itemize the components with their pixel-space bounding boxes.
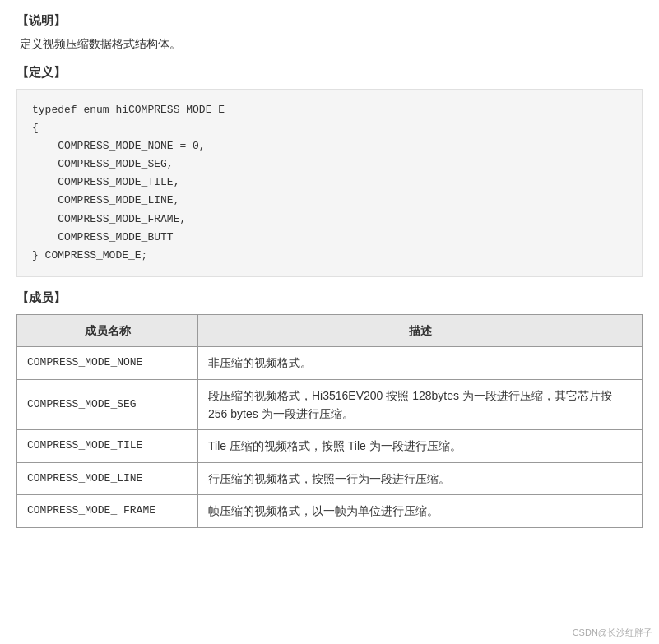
- section-definition: 【定义】 typedef enum hiCOMPRESS_MODE_E { CO…: [16, 65, 643, 277]
- member-name: COMPRESS_MODE_ FRAME: [17, 495, 198, 527]
- description-title: 【说明】: [16, 13, 643, 29]
- member-desc: 行压缩的视频格式，按照一行为一段进行压缩。: [198, 462, 643, 494]
- watermark: CSDN@长沙红胖子: [573, 627, 652, 639]
- section-description: 【说明】 定义视频压缩数据格式结构体。: [16, 13, 643, 52]
- table-row: COMPRESS_MODE_ FRAME帧压缩的视频格式，以一帧为单位进行压缩。: [17, 495, 643, 527]
- code-block: typedef enum hiCOMPRESS_MODE_E { COMPRES…: [16, 89, 643, 277]
- member-name: COMPRESS_MODE_LINE: [17, 462, 198, 494]
- section-members: 【成员】 成员名称 描述 COMPRESS_MODE_NONE非压缩的视频格式。…: [16, 290, 643, 528]
- member-desc: 帧压缩的视频格式，以一帧为单位进行压缩。: [198, 495, 643, 527]
- definition-title: 【定义】: [16, 65, 643, 81]
- table-row: COMPRESS_MODE_NONE非压缩的视频格式。: [17, 347, 643, 379]
- col-header-name: 成员名称: [17, 314, 198, 346]
- table-row: COMPRESS_MODE_SEG段压缩的视频格式，Hi3516EV200 按照…: [17, 379, 643, 430]
- table-row: COMPRESS_MODE_LINE行压缩的视频格式，按照一行为一段进行压缩。: [17, 462, 643, 494]
- members-table: 成员名称 描述 COMPRESS_MODE_NONE非压缩的视频格式。COMPR…: [16, 314, 643, 528]
- col-header-desc: 描述: [198, 314, 643, 346]
- member-name: COMPRESS_MODE_SEG: [17, 379, 198, 430]
- member-desc: 段压缩的视频格式，Hi3516EV200 按照 128bytes 为一段进行压缩…: [198, 379, 643, 430]
- member-name: COMPRESS_MODE_NONE: [17, 347, 198, 379]
- member-name: COMPRESS_MODE_TILE: [17, 430, 198, 462]
- description-text: 定义视频压缩数据格式结构体。: [16, 37, 643, 52]
- members-title: 【成员】: [16, 290, 643, 306]
- member-desc: 非压缩的视频格式。: [198, 347, 643, 379]
- table-row: COMPRESS_MODE_TILETile 压缩的视频格式，按照 Tile 为…: [17, 430, 643, 462]
- member-desc: Tile 压缩的视频格式，按照 Tile 为一段进行压缩。: [198, 430, 643, 462]
- table-header-row: 成员名称 描述: [17, 314, 643, 346]
